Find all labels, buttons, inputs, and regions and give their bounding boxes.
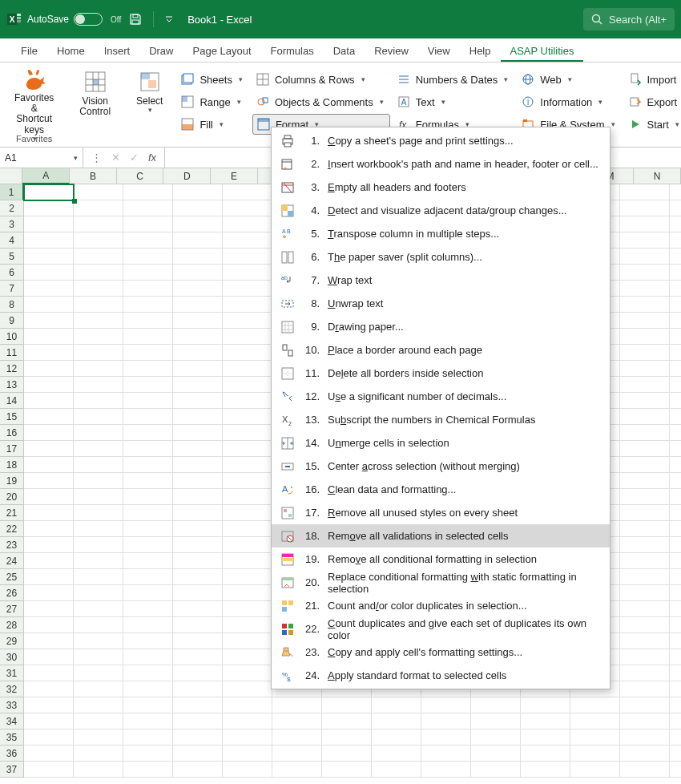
cell[interactable]: [223, 489, 272, 505]
export-button[interactable]: Export: [625, 91, 682, 112]
cell[interactable]: [670, 585, 681, 601]
row-header[interactable]: 9: [0, 313, 24, 329]
cell[interactable]: [620, 441, 670, 457]
row-header[interactable]: 15: [0, 409, 24, 425]
objects-comments-button[interactable]: Objects & Comments▾: [252, 91, 390, 112]
cell[interactable]: [74, 697, 123, 713]
cell[interactable]: [74, 297, 123, 313]
cell[interactable]: [123, 633, 173, 649]
cell[interactable]: [223, 569, 272, 585]
cell[interactable]: [74, 265, 123, 281]
fill-button[interactable]: Fill▾: [177, 114, 248, 135]
cell[interactable]: [223, 184, 272, 200]
cell[interactable]: [123, 489, 173, 505]
row-header[interactable]: 2: [0, 200, 24, 216]
cell[interactable]: [670, 633, 681, 649]
cell[interactable]: [670, 601, 681, 617]
cell[interactable]: [123, 585, 173, 601]
cell[interactable]: [620, 184, 670, 200]
cell[interactable]: [24, 457, 74, 473]
cell[interactable]: [173, 553, 223, 569]
tab-review[interactable]: Review: [365, 40, 418, 62]
cell[interactable]: [620, 345, 670, 361]
cell[interactable]: [670, 521, 681, 537]
cell[interactable]: [620, 409, 670, 425]
search-box[interactable]: Search (Alt+: [583, 8, 675, 30]
cell[interactable]: [123, 281, 173, 297]
cell[interactable]: [521, 697, 570, 713]
fill-handle[interactable]: [72, 199, 77, 204]
cell[interactable]: [74, 361, 123, 377]
row-header[interactable]: 8: [0, 297, 24, 313]
cell[interactable]: [74, 489, 123, 505]
cell[interactable]: [24, 473, 74, 489]
cell[interactable]: [74, 521, 123, 537]
cell[interactable]: [24, 649, 74, 665]
cell[interactable]: [24, 441, 74, 457]
cell[interactable]: [24, 521, 74, 537]
cell[interactable]: [24, 200, 74, 216]
row-header[interactable]: 34: [0, 713, 24, 729]
cell[interactable]: [173, 232, 223, 249]
cell[interactable]: [74, 232, 123, 249]
cell[interactable]: [74, 377, 123, 393]
cell[interactable]: [173, 489, 223, 505]
menu-item-subscript[interactable]: X213.Subscript the numbers in Chemical F…: [272, 408, 610, 431]
tab-view[interactable]: View: [418, 40, 460, 62]
cell[interactable]: [173, 409, 223, 425]
cell[interactable]: [620, 200, 670, 216]
cell[interactable]: [74, 601, 123, 617]
cell[interactable]: [24, 249, 74, 265]
cell[interactable]: [421, 713, 471, 729]
row-header[interactable]: 30: [0, 649, 24, 665]
cell[interactable]: [620, 361, 670, 377]
row-header[interactable]: 28: [0, 617, 24, 633]
cell[interactable]: [521, 729, 570, 746]
cell[interactable]: [570, 746, 620, 762]
row-header[interactable]: 24: [0, 553, 24, 569]
cell[interactable]: [123, 329, 173, 345]
import-button[interactable]: Import: [625, 69, 682, 90]
cell[interactable]: [620, 585, 670, 601]
cell[interactable]: [223, 762, 272, 778]
cell[interactable]: [670, 473, 681, 489]
cell[interactable]: [223, 393, 272, 409]
cell[interactable]: [24, 489, 74, 505]
menu-item-std-fmt[interactable]: %$24.Apply standard format to selected c…: [272, 664, 610, 687]
cell[interactable]: [670, 697, 681, 713]
cell[interactable]: [74, 746, 123, 762]
select-button[interactable]: Select ▾: [131, 67, 167, 127]
cell[interactable]: [123, 297, 173, 313]
cell[interactable]: [123, 713, 173, 729]
cell[interactable]: [620, 537, 670, 553]
cell[interactable]: [620, 216, 670, 232]
cell[interactable]: [173, 729, 223, 746]
tab-home[interactable]: Home: [47, 40, 95, 62]
cell[interactable]: [322, 713, 372, 729]
cell[interactable]: [620, 297, 670, 313]
cell[interactable]: [74, 585, 123, 601]
favorites-button[interactable]: Favorites & Shortcut keys ▾: [10, 67, 58, 127]
cell[interactable]: [24, 746, 74, 762]
cell[interactable]: [223, 425, 272, 441]
cell[interactable]: [173, 473, 223, 489]
cell[interactable]: [24, 569, 74, 585]
cell[interactable]: [74, 200, 123, 216]
cell[interactable]: [272, 713, 322, 729]
cell[interactable]: [372, 762, 421, 778]
tab-file[interactable]: File: [11, 40, 47, 62]
cell[interactable]: [173, 649, 223, 665]
cell[interactable]: [421, 697, 471, 713]
row-header[interactable]: 16: [0, 425, 24, 441]
cell[interactable]: [223, 441, 272, 457]
cell[interactable]: [620, 313, 670, 329]
row-header[interactable]: 25: [0, 569, 24, 585]
cell[interactable]: [223, 585, 272, 601]
cell[interactable]: [173, 601, 223, 617]
cell[interactable]: [123, 601, 173, 617]
cell[interactable]: [173, 697, 223, 713]
cell[interactable]: [123, 665, 173, 681]
cell[interactable]: [123, 409, 173, 425]
cell[interactable]: [223, 249, 272, 265]
cell[interactable]: [223, 329, 272, 345]
